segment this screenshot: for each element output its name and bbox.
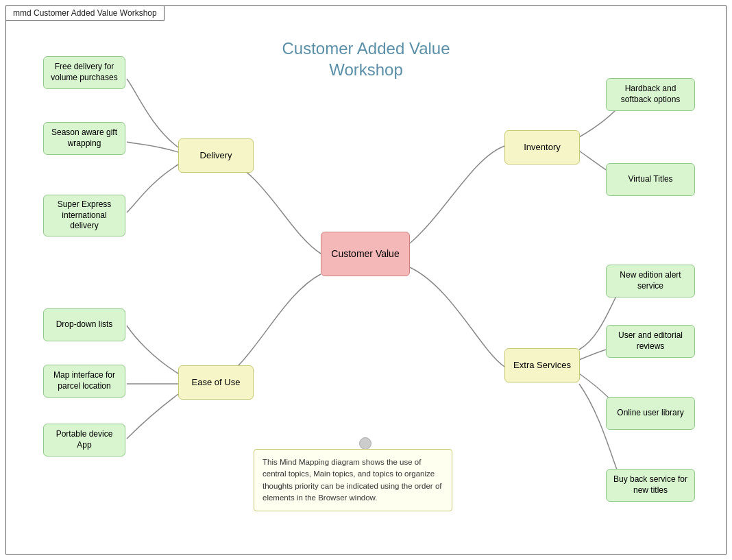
node-online-library: Online user library <box>606 397 695 430</box>
node-season-gift: Season aware gift wrapping <box>43 122 125 155</box>
node-user-reviews: User and editorial reviews <box>606 325 695 358</box>
node-portable: Portable device App <box>43 424 125 456</box>
page-title: Customer Added ValueWorkshop <box>282 38 450 80</box>
app-title: mmd Customer Added Value Workshop <box>5 5 164 21</box>
node-buyback: Buy back service for new titles <box>606 469 695 502</box>
node-virtual: Virtual Titles <box>606 163 695 196</box>
node-map-interface: Map interface for parcel location <box>43 365 125 398</box>
node-dropdown: Drop-down lists <box>43 308 125 341</box>
node-hardback: Hardback and softback options <box>606 78 695 111</box>
node-super-express: Super Express international delivery <box>43 195 125 236</box>
node-easeofuse: Ease of Use <box>178 365 254 400</box>
node-delivery: Delivery <box>178 138 254 173</box>
node-free-delivery: Free delivery for volume purchases <box>43 56 125 89</box>
node-inventory: Inventory <box>504 130 580 165</box>
node-new-edition: New edition alert service <box>606 265 695 297</box>
node-extraservices: Extra Services <box>504 348 580 382</box>
note-box: This Mind Mapping diagram shows the use … <box>254 449 452 511</box>
connector-circle <box>359 437 371 450</box>
node-center: Customer Value <box>321 232 410 276</box>
